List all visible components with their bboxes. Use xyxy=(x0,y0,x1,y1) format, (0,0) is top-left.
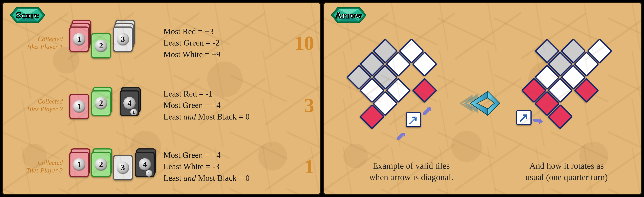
caption-line: And how it rotates as xyxy=(530,161,604,171)
tile-stack-green: 2 2 xyxy=(91,152,111,181)
rule-line: Most Red = +3 xyxy=(164,26,283,37)
tile-group: 1 2 2 4 4 1 xyxy=(69,90,157,120)
score-panel: Score Collected Tiles Player 1 1 1 1 2 3… xyxy=(2,2,321,195)
tile-value: 3 xyxy=(117,162,129,174)
tile-value: 2 xyxy=(95,158,107,170)
svg-marker-13 xyxy=(488,91,500,115)
tile-value: 2 xyxy=(95,40,107,52)
tile-stack-black: 4 4 1 xyxy=(135,152,155,181)
scoring-rules: Least Red = -1 Most Green = +4 Least and… xyxy=(164,88,283,122)
row-caption: Collected Tiles Player 2 xyxy=(9,98,63,113)
tile-stack-red: 1 1 1 xyxy=(69,26,89,59)
board-tile xyxy=(412,78,437,103)
row-caption: Collected Tiles Player 3 xyxy=(9,159,63,174)
rule-line: Most White = +9 xyxy=(164,48,283,60)
arrow-badge: Arrow xyxy=(327,5,370,25)
arrow-caption-right: And how it rotates as usual (one quarter… xyxy=(496,160,636,183)
caption-line: Example of valid tiles xyxy=(373,161,450,171)
tile-stack-white: 3 3 3 xyxy=(113,26,133,59)
arrow-icon xyxy=(408,115,418,125)
player-row-3: Collected Tiles Player 3 1 1 2 2 3 4 4 1 xyxy=(9,149,314,184)
tile-stack-red: 1 xyxy=(69,94,89,120)
rule-line: Most Green = +4 xyxy=(164,149,283,161)
arrow-tile xyxy=(516,110,532,125)
player-row-2: Collected Tiles Player 2 1 2 2 4 4 1 xyxy=(9,88,314,122)
tile-stack-green: 2 2 xyxy=(91,90,111,120)
hint-arrow-icon xyxy=(422,104,433,115)
arrow-icon xyxy=(519,112,529,122)
arrow-panel: Arrow xyxy=(323,2,642,195)
player-row-1: Collected Tiles Player 1 1 1 1 2 3 3 3 M… xyxy=(9,26,314,60)
caption-line: usual (one quarter turn) xyxy=(526,172,608,182)
tile-value: 2 xyxy=(95,97,107,109)
caption-line: Collected xyxy=(38,35,63,42)
player-total: 3 xyxy=(290,94,314,117)
score-badge: Score xyxy=(6,5,50,25)
tile-value: 3 xyxy=(117,33,129,45)
tile-stack-red: 1 1 xyxy=(69,152,89,181)
svg-marker-14 xyxy=(538,118,544,125)
tile-group: 1 1 2 2 3 4 4 1 xyxy=(69,152,157,181)
caption-line: Collected xyxy=(38,159,63,166)
tile-value: 1 xyxy=(73,100,85,112)
arrow-caption-left: Example of valid tiles when arrow is dia… xyxy=(341,160,481,183)
direction-arrow-icon xyxy=(460,90,501,116)
hint-arrow-icon xyxy=(532,114,544,127)
caption-line: when arrow is diagonal. xyxy=(369,172,453,182)
tile-value: 1 xyxy=(73,33,85,45)
scoring-rules: Most Green = +4 Least White = -3 Least a… xyxy=(164,149,283,184)
tile-stack-black: 4 4 1 xyxy=(120,90,139,120)
score-badge-label: Score xyxy=(16,10,39,20)
scoring-rules: Most Red = +3 Least Green = -2 Most Whit… xyxy=(164,26,283,60)
tile-value: 4 xyxy=(124,97,136,109)
hint-arrow-icon xyxy=(396,130,407,140)
tile-value: 1 xyxy=(73,158,85,170)
arrow-badge-label: Arrow xyxy=(335,10,362,20)
tile-stack-green: 2 xyxy=(91,33,111,59)
caption-line: Tiles Player 3 xyxy=(26,166,63,174)
tile-sub: 1 xyxy=(130,109,137,115)
tile-group: 1 1 1 2 3 3 3 xyxy=(69,26,157,59)
tile-stack-white: 3 xyxy=(113,155,133,181)
caption-line: Tiles Player 2 xyxy=(26,105,63,112)
rule-line: Least Green = -2 xyxy=(164,37,283,48)
rule-line: Least and Most Black = 0 xyxy=(164,172,283,184)
caption-line: Collected xyxy=(38,98,63,105)
player-total: 10 xyxy=(290,31,314,54)
rule-line: Least White = -3 xyxy=(164,161,283,172)
rule-line: Least Red = -1 xyxy=(164,88,283,100)
svg-marker-12 xyxy=(470,91,488,115)
row-caption: Collected Tiles Player 1 xyxy=(9,35,63,50)
tile-value: 4 xyxy=(139,158,151,170)
player-total: 1 xyxy=(290,155,314,178)
caption-line: Tiles Player 1 xyxy=(26,43,63,50)
arrow-tile xyxy=(406,112,421,128)
tile-sub: 1 xyxy=(146,170,152,177)
rule-line: Most Green = +4 xyxy=(164,100,283,111)
rule-line: Least and Most Black = 0 xyxy=(164,111,283,122)
